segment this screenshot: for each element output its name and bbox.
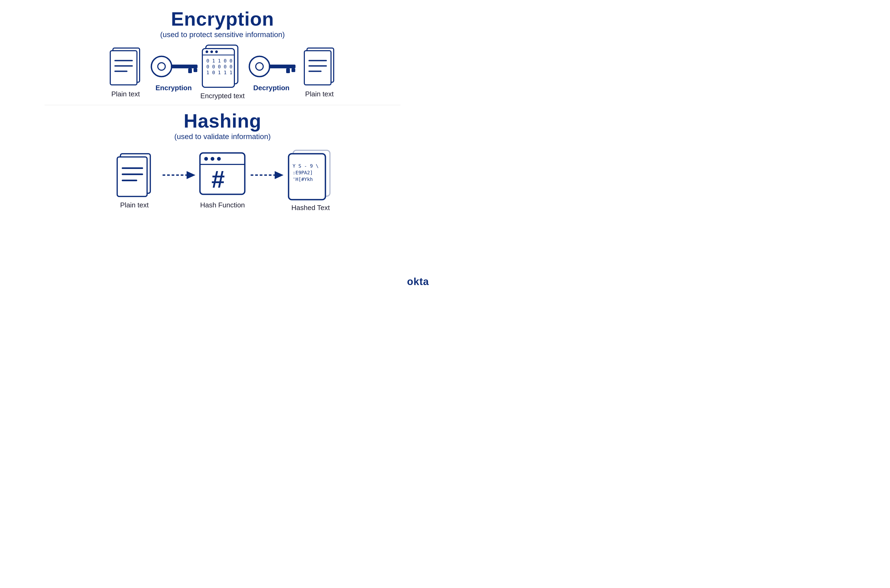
svg-point-6 bbox=[158, 63, 165, 70]
decryption-label: Decryption bbox=[253, 84, 290, 92]
encrypted-text-item: 0 1 1 0 0 0 0 0 0 0 1 0 1 1 1 Encrypted … bbox=[200, 44, 245, 100]
svg-point-39 bbox=[211, 157, 215, 160]
hashing-subtitle: (used to validate information) bbox=[174, 132, 271, 141]
svg-text:1 0 1 1 1: 1 0 1 1 1 bbox=[206, 70, 233, 75]
encryption-title: Encryption bbox=[171, 8, 274, 30]
hashing-diagram: Plain text bbox=[0, 149, 445, 212]
hash-plain-text-label: Plain text bbox=[120, 201, 149, 209]
encryption-subtitle: (used to protect sensitive information) bbox=[160, 30, 285, 39]
svg-point-5 bbox=[152, 56, 172, 76]
svg-rect-21 bbox=[269, 64, 296, 68]
encryption-key-icon bbox=[147, 52, 200, 81]
svg-text:0 0 0 0 0: 0 0 0 0 0 bbox=[206, 64, 233, 69]
decrypted-plain-text-item: Plain text bbox=[298, 46, 341, 98]
svg-text:0 1 1 0 0: 0 1 1 0 0 bbox=[206, 58, 233, 63]
okta-logo: okta bbox=[407, 276, 429, 288]
dashed-arrow-2-icon bbox=[249, 168, 284, 182]
hash-plain-text-doc-icon bbox=[115, 152, 154, 198]
svg-text::E9PA2]: :E9PA2] bbox=[293, 170, 313, 176]
svg-point-18 bbox=[215, 51, 218, 53]
svg-point-17 bbox=[210, 51, 213, 53]
decryption-key-item: Decryption bbox=[245, 52, 298, 92]
svg-marker-35 bbox=[187, 171, 195, 179]
encryption-section: Encryption (used to protect sensitive in… bbox=[0, 5, 445, 100]
hashed-text-icon: Y S - 9 \ :E9PA2] 'H[#Ykh bbox=[287, 149, 334, 201]
svg-rect-30 bbox=[117, 157, 147, 196]
encryption-key-item: Encryption bbox=[147, 52, 200, 92]
svg-point-20 bbox=[256, 63, 263, 70]
hashed-text-label: Hashed Text bbox=[291, 204, 330, 212]
hashing-plain-text-item: Plain text bbox=[108, 152, 161, 209]
svg-text:#: # bbox=[212, 166, 225, 193]
hash-arrow-2 bbox=[249, 168, 284, 182]
hash-function-icon: # bbox=[199, 152, 247, 198]
svg-text:Y S - 9 \: Y S - 9 \ bbox=[293, 163, 319, 169]
svg-rect-8 bbox=[188, 68, 192, 73]
hash-function-label: Hash Function bbox=[200, 201, 245, 209]
hashed-text-item: Y S - 9 \ :E9PA2] 'H[#Ykh Hashed Text bbox=[284, 149, 338, 212]
encryption-plain-text-item: Plain text bbox=[104, 46, 147, 98]
svg-rect-23 bbox=[291, 68, 295, 72]
svg-point-38 bbox=[204, 157, 208, 160]
plain-text-doc-icon bbox=[108, 46, 143, 87]
svg-marker-43 bbox=[275, 171, 284, 179]
hashing-section: Hashing (used to validate information) P… bbox=[0, 107, 445, 212]
svg-rect-1 bbox=[110, 51, 137, 85]
svg-point-40 bbox=[217, 157, 221, 160]
svg-rect-22 bbox=[286, 68, 290, 73]
hash-function-item: # Hash Function bbox=[196, 152, 249, 209]
plain-text-label-2: Plain text bbox=[305, 90, 334, 98]
svg-rect-9 bbox=[194, 68, 197, 72]
hashing-title: Hashing bbox=[184, 110, 261, 132]
svg-rect-25 bbox=[304, 51, 331, 85]
encrypted-text-icon: 0 1 1 0 0 0 0 0 0 0 1 0 1 1 1 bbox=[201, 44, 244, 89]
plain-text-label-1: Plain text bbox=[111, 90, 140, 98]
svg-text:'H[#Ykh: 'H[#Ykh bbox=[293, 176, 313, 182]
decrypted-doc-icon bbox=[302, 46, 337, 87]
page: Encryption (used to protect sensitive in… bbox=[0, 0, 445, 294]
encrypted-text-label: Encrypted text bbox=[200, 92, 245, 100]
svg-point-16 bbox=[206, 51, 208, 53]
encryption-label: Encryption bbox=[155, 84, 192, 92]
decryption-key-icon bbox=[245, 52, 298, 81]
hash-arrow-1 bbox=[161, 168, 196, 182]
svg-rect-7 bbox=[171, 64, 198, 68]
encryption-diagram: Plain text Encryption bbox=[0, 44, 445, 100]
dashed-arrow-1-icon bbox=[161, 168, 196, 182]
svg-point-19 bbox=[249, 56, 270, 76]
